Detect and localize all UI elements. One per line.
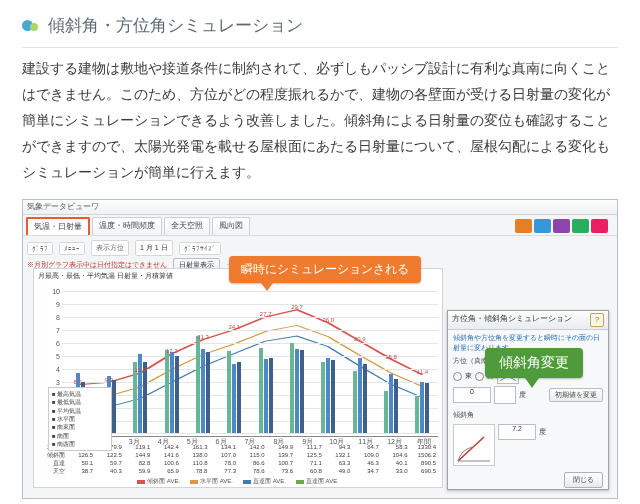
ribbon-icons — [509, 217, 614, 235]
chart-body: -10123456789108.69.311.917.321.324.127.7… — [62, 291, 438, 433]
date-field[interactable]: 1 月 1 日 — [135, 240, 173, 256]
toolbar-group: ﾒﾆｭｰ — [59, 242, 85, 255]
chart-series-legend: ■ 最高気温■ 最低気温■ 平均気温■ 水平面■ 南東面■ 南面■ 南西面 — [48, 387, 112, 452]
azimuth-input[interactable]: 0 — [453, 387, 491, 403]
toolbar-group: ｸﾞﾗﾌｻｲｽﾞ — [179, 242, 221, 255]
dialog-title: 方位角・傾斜角シミュレーション — [452, 313, 572, 327]
close-button[interactable]: 閉じる — [564, 472, 603, 488]
ribbon-icon[interactable] — [591, 219, 608, 233]
tilt-input[interactable]: 7.2 — [498, 424, 536, 440]
app-screenshot: 気象データビューワ 気温・日射量 温度・時間頻度 全天空照 風向図 ｸﾞﾗﾌ ﾒ… — [22, 199, 618, 499]
azimuth-stepper[interactable] — [494, 386, 516, 404]
tilt-azimuth-dialog: 方位角・傾斜角シミュレーション ? 傾斜角や方位角を変更すると瞬時にその面の日射… — [447, 310, 609, 490]
ribbon-icon[interactable] — [572, 219, 589, 233]
toolbar-group: 表示方位 — [91, 240, 129, 256]
callout-tilt-change: 傾斜角変更 — [485, 348, 583, 378]
section-title: 傾斜角・方位角シミュレーション — [48, 14, 303, 37]
callout-simulation: 瞬時にシミュレーションされる — [229, 256, 421, 283]
radio-east[interactable] — [453, 372, 462, 381]
section-paragraph: 建設する建物は敷地や接道条件に制約されて、必ずしもパッシブ設計に有利な真南に向く… — [22, 47, 618, 185]
ribbon-icon[interactable] — [553, 219, 570, 233]
radio-west[interactable] — [475, 372, 484, 381]
chart-panel: 月最高・最低・平均気温 日射量・月積算値 -10123456789108.69.… — [33, 268, 443, 488]
ribbon-icon[interactable] — [534, 219, 551, 233]
tab-wind[interactable]: 風向図 — [212, 217, 250, 235]
tab-irradiance[interactable]: 気温・日射量 — [26, 217, 90, 235]
tab-sky-illuminance[interactable]: 全天空照 — [164, 217, 210, 235]
ribbon-icon[interactable] — [515, 219, 532, 233]
group-tilt-label: 傾斜角 — [453, 410, 603, 420]
initial-value-button[interactable]: 初期値を変更 — [549, 388, 603, 402]
tab-temp-frequency[interactable]: 温度・時間頻度 — [92, 217, 162, 235]
app-tabs: 気温・日射量 温度・時間頻度 全天空照 風向図 — [23, 215, 617, 236]
help-icon[interactable]: ? — [590, 313, 604, 327]
bullet-icon — [22, 17, 40, 35]
window-titlebar: 気象データビューワ — [23, 200, 617, 215]
tilt-diagram — [453, 424, 495, 466]
toolbar-group: ｸﾞﾗﾌ — [27, 242, 53, 255]
chart-bottom-legend: 傾斜面 AVE. 水平面 AVE. 直達面 AVE. 直達面 AVE. — [38, 477, 438, 486]
